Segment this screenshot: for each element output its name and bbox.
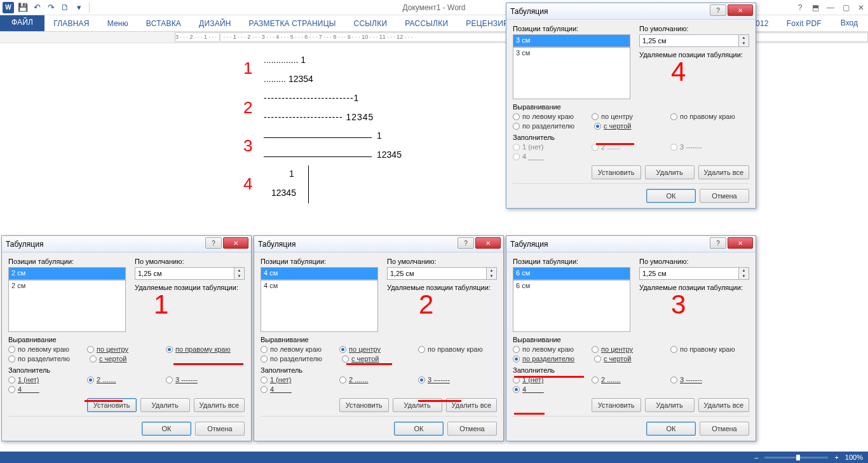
tab-position-input[interactable]: 4 см: [261, 267, 378, 280]
cancel-button[interactable]: Отмена: [195, 422, 245, 436]
align-decimal-radio[interactable]: по разделителю: [513, 122, 594, 130]
tab-positions-list[interactable]: 4 см: [261, 280, 378, 332]
cancel-button[interactable]: Отмена: [700, 189, 749, 203]
default-tab-input[interactable]: [387, 267, 487, 280]
tab-positions-list[interactable]: 3 см: [513, 47, 630, 99]
dialog-help-button[interactable]: ?: [710, 237, 726, 249]
align-right-radio[interactable]: по правому краю: [166, 345, 245, 353]
maximize-icon[interactable]: ▢: [841, 3, 850, 12]
dialog-help-button[interactable]: ?: [205, 237, 222, 249]
spin-up-icon[interactable]: ▲: [739, 268, 749, 273]
spin-down-icon[interactable]: ▼: [739, 41, 749, 46]
align-decimal-radio[interactable]: по разделителю: [8, 355, 90, 363]
clear-button[interactable]: Удалить: [645, 398, 695, 412]
close-icon[interactable]: ✕: [857, 3, 865, 12]
undo-icon[interactable]: ↶: [32, 3, 42, 13]
align-bar-radio[interactable]: с чертой: [90, 355, 171, 363]
tab-position-input[interactable]: 2 см: [8, 267, 126, 280]
tab-file[interactable]: ФАЙЛ: [0, 14, 44, 31]
tab-home[interactable]: ГЛАВНАЯ: [44, 15, 98, 31]
leader-dots-radio[interactable]: 2 .......: [592, 376, 670, 384]
save-icon[interactable]: 💾: [18, 3, 28, 13]
default-tab-input[interactable]: [639, 267, 739, 280]
dialog-help-button[interactable]: ?: [710, 4, 726, 16]
align-decimal-radio[interactable]: по разделителю: [261, 355, 342, 363]
dialog-titlebar[interactable]: Табуляция ?✕: [506, 236, 756, 252]
ok-button[interactable]: ОК: [646, 189, 696, 203]
ok-button[interactable]: ОК: [142, 422, 191, 436]
align-center-radio[interactable]: по центру: [592, 113, 670, 120]
clear-all-button[interactable]: Удалить все: [194, 398, 245, 412]
tab-position-input[interactable]: 3 см: [513, 34, 630, 47]
leader-underline-radio[interactable]: 4 ____: [513, 385, 594, 393]
zoom-out-button[interactable]: –: [754, 453, 758, 461]
set-button[interactable]: Установить: [592, 398, 641, 412]
qat-dropdown-icon[interactable]: ▾: [74, 3, 84, 13]
align-left-radio[interactable]: по левому краю: [261, 345, 339, 353]
dialog-titlebar[interactable]: Табуляция ?✕: [2, 236, 251, 252]
set-button[interactable]: Установить: [339, 398, 389, 412]
align-left-radio[interactable]: по левому краю: [8, 345, 87, 353]
leader-none-radio[interactable]: 1 (нет): [8, 376, 87, 384]
redo-icon[interactable]: ↷: [46, 3, 56, 13]
tab-design[interactable]: ДИЗАЙН: [190, 15, 240, 31]
default-tab-spinner[interactable]: ▲▼: [639, 267, 749, 280]
clear-all-button[interactable]: Удалить все: [698, 398, 749, 412]
tab-position-input[interactable]: 6 см: [513, 267, 630, 280]
default-tab-input[interactable]: [639, 34, 739, 47]
dialog-close-button[interactable]: ✕: [475, 237, 501, 249]
tab-insert[interactable]: ВСТАВКА: [137, 15, 190, 31]
default-tab-spinner[interactable]: ▲▼: [135, 267, 245, 280]
default-tab-input[interactable]: [135, 267, 234, 280]
align-bar-radio[interactable]: с чертой: [594, 355, 675, 363]
leader-none-radio[interactable]: 1 (нет): [261, 376, 339, 384]
align-center-radio[interactable]: по центру: [87, 345, 166, 353]
default-tab-spinner[interactable]: ▲▼: [639, 34, 749, 47]
tab-foxit-pdf[interactable]: Foxit PDF: [778, 15, 831, 31]
align-right-radio[interactable]: по правому краю: [670, 113, 749, 120]
clear-button[interactable]: Удалить: [645, 165, 695, 179]
align-right-radio[interactable]: по правому краю: [418, 345, 497, 353]
dialog-help-button[interactable]: ?: [458, 237, 474, 249]
sign-in-link[interactable]: Вход: [831, 15, 868, 31]
spin-up-icon[interactable]: ▲: [234, 268, 244, 273]
new-doc-icon[interactable]: 🗋: [60, 3, 70, 13]
help-icon[interactable]: ?: [796, 3, 804, 12]
spin-down-icon[interactable]: ▼: [234, 273, 244, 279]
align-bar-radio[interactable]: с чертой: [342, 355, 423, 363]
tab-positions-list[interactable]: 6 см: [513, 280, 630, 332]
leader-dashes-radio[interactable]: 3 -------: [166, 376, 245, 384]
leader-underline-radio[interactable]: 4 ____: [8, 385, 90, 393]
cancel-button[interactable]: Отмена: [447, 422, 497, 436]
cancel-button[interactable]: Отмена: [700, 422, 749, 436]
dialog-close-button[interactable]: ✕: [728, 237, 753, 249]
tab-page-layout[interactable]: РАЗМЕТКА СТРАНИЦЫ: [240, 15, 345, 31]
zoom-in-button[interactable]: +: [834, 453, 838, 461]
align-bar-radio[interactable]: с чертой: [594, 122, 675, 130]
spin-down-icon[interactable]: ▼: [739, 273, 749, 279]
align-decimal-radio[interactable]: по разделителю: [513, 355, 594, 363]
ok-button[interactable]: ОК: [646, 422, 696, 436]
align-center-radio[interactable]: по центру: [339, 345, 418, 353]
align-left-radio[interactable]: по левому краю: [513, 345, 592, 353]
clear-button[interactable]: Удалить: [140, 398, 190, 412]
align-right-radio[interactable]: по правому краю: [670, 345, 749, 353]
clear-all-button[interactable]: Удалить все: [698, 165, 749, 179]
ribbon-display-icon[interactable]: ⬒: [811, 3, 820, 12]
leader-dots-radio[interactable]: 2 .......: [87, 376, 166, 384]
spin-down-icon[interactable]: ▼: [487, 273, 496, 279]
zoom-level[interactable]: 100%: [845, 453, 863, 461]
align-center-radio[interactable]: по центру: [592, 345, 670, 353]
leader-underline-radio[interactable]: 4 ____: [261, 385, 342, 393]
tab-menu[interactable]: Меню: [98, 15, 137, 31]
spin-up-icon[interactable]: ▲: [739, 35, 749, 41]
tab-references[interactable]: ССЫЛКИ: [345, 15, 397, 31]
set-button[interactable]: Установить: [592, 165, 641, 179]
tab-positions-list[interactable]: 2 см: [8, 280, 126, 332]
tab-mailings[interactable]: РАССЫЛКИ: [396, 15, 457, 31]
leader-dashes-radio[interactable]: 3 -------: [418, 376, 497, 384]
dialog-close-button[interactable]: ✕: [223, 237, 248, 249]
leader-dots-radio[interactable]: 2 .......: [339, 376, 418, 384]
spin-up-icon[interactable]: ▲: [487, 268, 496, 273]
dialog-titlebar[interactable]: Табуляция ?✕: [254, 236, 503, 252]
